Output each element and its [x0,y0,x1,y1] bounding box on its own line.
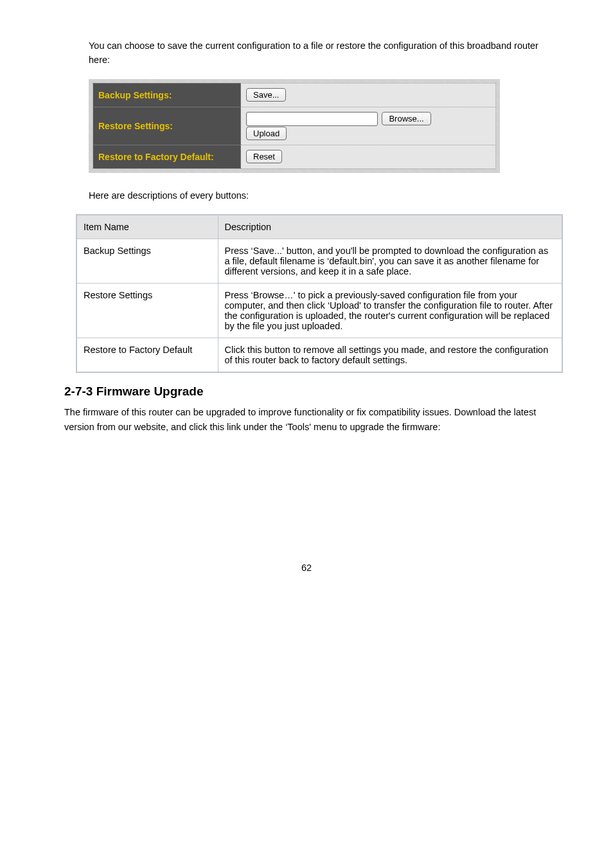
intro-text: You can choose to save the current confi… [89,39,549,68]
backup-label: Backup Settings: [93,83,241,107]
table-header-desc: Description [218,215,562,239]
backup-row: Backup Settings: Save... [93,83,496,107]
backup-restore-panel: Backup Settings: Save... Restore Setting… [89,79,500,173]
restore-file-input[interactable] [246,112,378,126]
description-intro: Here are descriptions of every buttons: [89,188,549,203]
table-cell-name: Backup Settings [76,239,218,284]
factory-default-label: Restore to Factory Default: [93,145,241,168]
table-row: Backup Settings Press ‘Save...' button, … [76,239,562,284]
section-body: The firmware of this router can be upgra… [64,405,549,434]
table-header-item: Item Name [76,215,218,239]
restore-label: Restore Settings: [93,107,241,145]
description-table: Item Name Description Backup Settings Pr… [76,214,563,373]
upload-button[interactable]: Upload [246,127,287,140]
reset-row: Restore to Factory Default: Reset [93,145,496,168]
table-cell-desc: Press ‘Browse…' to pick a previously-sav… [218,284,562,338]
table-cell-name: Restore Settings [76,284,218,338]
table-cell-name: Restore to Factory Default [76,338,218,373]
page-number: 62 [64,563,549,573]
restore-row: Restore Settings: Browse... Upload [93,107,496,145]
save-button[interactable]: Save... [246,88,286,102]
table-cell-desc: Press ‘Save...' button, and you'll be pr… [218,239,562,284]
table-row: Restore Settings Press ‘Browse…' to pick… [76,284,562,338]
browse-button[interactable]: Browse... [382,112,431,125]
section-heading: 2-7-3 Firmware Upgrade [64,384,549,399]
table-row: Restore to Factory Default Click this bu… [76,338,562,373]
table-cell-desc: Click this button to remove all settings… [218,338,562,373]
reset-button[interactable]: Reset [246,150,282,163]
